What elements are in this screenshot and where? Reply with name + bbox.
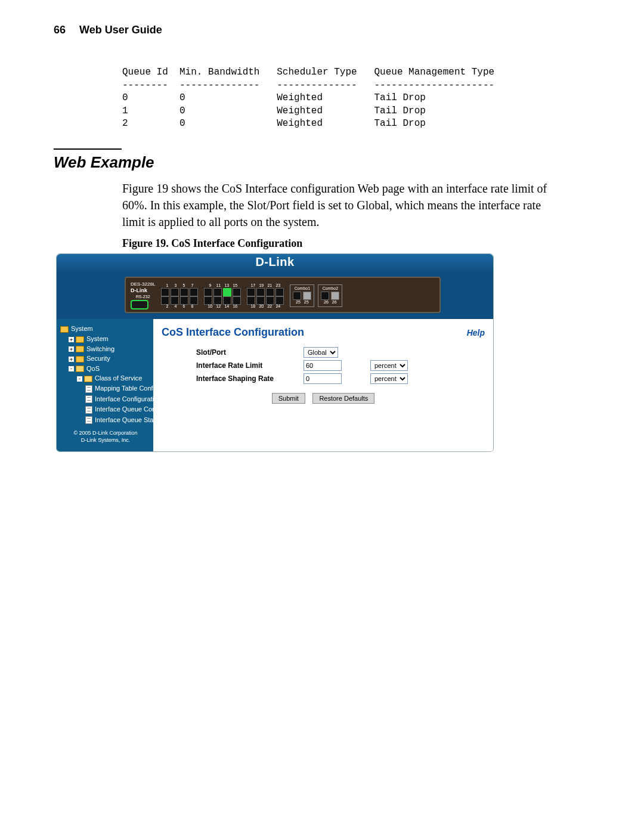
document-icon — [85, 385, 92, 393]
ethernet-port-icon — [204, 296, 212, 305]
select-slot-port[interactable]: Global — [304, 347, 338, 358]
device-area: DES-3228L D-Link RS-232 1357246891113151… — [57, 272, 493, 319]
ethernet-port-icon — [233, 288, 241, 296]
nav-item-label: System — [71, 325, 93, 332]
label-shaping-rate: Interface Shaping Rate — [196, 374, 304, 383]
section-title: Web Example — [54, 153, 590, 172]
port-number: 12 — [215, 304, 222, 308]
nav-item-label: Interface Configuration — [95, 395, 161, 402]
ethernet-port-icon — [266, 296, 274, 305]
sfp-port-icon — [303, 292, 311, 300]
nav-item[interactable]: Interface Queue Status — [60, 415, 151, 426]
rs232-label: RS-232 — [131, 295, 155, 299]
input-rate-limit[interactable] — [304, 360, 342, 371]
port-number: 19 — [258, 283, 265, 287]
port-number: 1 — [163, 283, 171, 287]
ethernet-port-icon — [233, 296, 241, 305]
nav-item[interactable]: +System — [60, 334, 151, 344]
restore-defaults-button[interactable]: Restore Defaults — [312, 393, 374, 404]
ethernet-port-icon — [256, 296, 265, 305]
port-number: 4 — [172, 304, 179, 308]
ethernet-port-icon — [190, 288, 198, 296]
collapse-icon[interactable]: - — [77, 376, 82, 382]
ethernet-port-icon — [204, 288, 212, 296]
ethernet-port-icon — [275, 296, 284, 305]
ethernet-port-icon — [266, 288, 274, 296]
ethernet-port-icon — [213, 288, 222, 296]
collapse-icon[interactable]: - — [69, 366, 74, 371]
port-number: 24 — [274, 304, 281, 308]
port-number: 13 — [223, 283, 230, 287]
port-number: 26 — [324, 300, 329, 304]
folder-closed-icon — [76, 336, 84, 343]
ethernet-port-icon — [171, 288, 179, 296]
nav-item-label: Interface Queue Config — [95, 405, 163, 413]
figure-caption: Figure 19. CoS Interface Configuration — [122, 237, 590, 250]
nav-item-label: Mapping Table Configu — [95, 385, 162, 392]
port-number: 23 — [274, 283, 281, 287]
ethernet-port-icon — [223, 296, 231, 305]
input-shaping-rate[interactable] — [304, 373, 342, 384]
port-number: 10 — [206, 304, 213, 308]
nav-copyright-line1: © 2005 D-Link Corporation — [73, 430, 137, 436]
port-block: 13572468 — [161, 283, 198, 308]
nav-item[interactable]: System — [60, 324, 151, 334]
device-model-line1: DES-3228L — [131, 281, 155, 287]
expand-icon[interactable]: + — [69, 346, 74, 352]
folder-open-icon — [76, 366, 84, 372]
help-link[interactable]: Help — [467, 328, 485, 337]
port-number: 6 — [180, 304, 187, 308]
ethernet-port-icon — [180, 296, 188, 305]
combo-area: Combo12525Combo22626 — [290, 284, 342, 307]
select-shaping-rate-unit[interactable]: percent — [370, 373, 408, 384]
ethernet-port-icon — [256, 288, 265, 296]
expand-icon[interactable]: + — [69, 357, 74, 362]
port-number: 14 — [223, 304, 230, 308]
body-paragraph: Figure 19 shows the CoS Interface config… — [122, 180, 564, 230]
ethernet-port-icon — [171, 296, 179, 305]
ethernet-port-icon — [190, 296, 198, 305]
device-model-line2: D-Link — [131, 287, 155, 294]
nav-item[interactable]: Interface Queue Config — [60, 404, 151, 415]
port-number: 7 — [188, 283, 196, 287]
nav-item-label: Security — [86, 355, 110, 362]
nav-item[interactable]: +Switching — [60, 344, 151, 354]
folder-closed-icon — [76, 356, 84, 363]
port-number: 9 — [206, 283, 213, 287]
folder-closed-icon — [60, 326, 69, 333]
folder-closed-icon — [76, 346, 84, 352]
nav-item[interactable]: Mapping Table Configu — [60, 383, 151, 394]
nav-item[interactable]: Interface Configuration — [60, 394, 151, 405]
document-icon — [85, 406, 92, 414]
ethernet-port-icon — [180, 288, 188, 296]
port-block: 911131510121416 — [204, 283, 241, 308]
figure-caption-lead: Figure 19. — [122, 237, 171, 249]
combo-box: Combo22626 — [318, 284, 342, 307]
submit-button[interactable]: Submit — [272, 393, 305, 404]
ethernet-port-icon — [223, 288, 231, 296]
port-block: 1719212318202224 — [247, 283, 284, 308]
sfp-port-icon — [331, 292, 339, 300]
port-number: 25 — [296, 300, 301, 304]
select-rate-limit-unit[interactable]: percent — [370, 360, 408, 371]
nav-item[interactable]: -Class of Service — [60, 373, 151, 383]
content-pane: CoS Interface Configuration Help Slot/Po… — [153, 319, 493, 451]
ethernet-port-icon — [321, 292, 329, 300]
expand-icon[interactable]: + — [69, 337, 74, 342]
ethernet-port-icon — [161, 288, 169, 296]
label-slot-port: Slot/Port — [196, 348, 304, 357]
port-number: 16 — [231, 304, 239, 308]
port-number: 11 — [215, 283, 222, 287]
port-number: 8 — [188, 304, 196, 308]
ethernet-port-icon — [213, 296, 222, 305]
label-rate-limit: Interface Rate Limit — [196, 361, 304, 370]
combo-label: Combo2 — [323, 286, 338, 290]
nav-item[interactable]: -QoS — [60, 364, 151, 374]
nav-item[interactable]: +Security — [60, 354, 151, 364]
nav-item-label: Class of Service — [95, 374, 142, 382]
port-number: 5 — [180, 283, 187, 287]
nav-item-label: Switching — [86, 345, 114, 352]
ethernet-port-icon — [247, 288, 255, 296]
page-header-title: Web User Guide — [79, 24, 162, 36]
device-model: DES-3228L D-Link RS-232 — [131, 281, 155, 309]
